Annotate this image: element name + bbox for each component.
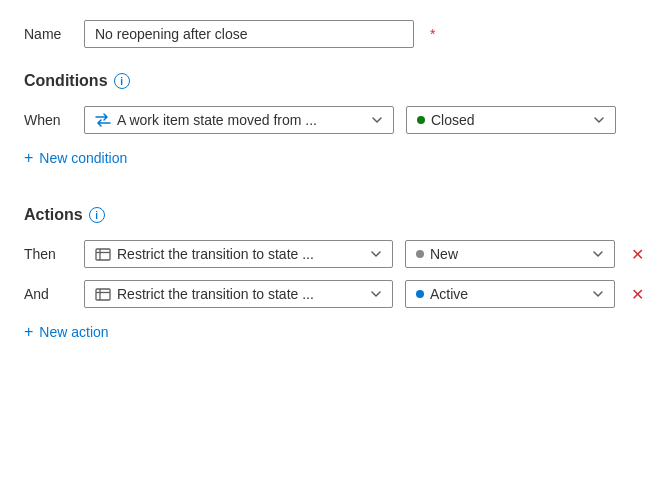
conditions-section: Conditions i When A work item state move… — [24, 72, 648, 170]
required-star: * — [430, 26, 435, 42]
new-action-button[interactable]: + New action — [24, 320, 109, 344]
conditions-title: Conditions — [24, 72, 108, 90]
name-input-wrap — [84, 20, 414, 48]
restrict-dropdown-text-0: Restrict the transition to state ... — [95, 246, 314, 262]
restrict-dropdown-1[interactable]: Restrict the transition to state ... — [84, 280, 393, 308]
state-dropdown-0[interactable]: New — [405, 240, 615, 268]
state-dropdown-1[interactable]: Active — [405, 280, 615, 308]
action-row-label-1: And — [24, 286, 72, 302]
delete-action-button-1[interactable]: ✕ — [627, 281, 648, 308]
when-dropdown-chevron — [371, 114, 383, 126]
state-dropdown-text-0: New — [416, 246, 458, 262]
restrict-icon-1 — [95, 287, 111, 301]
actions-section: Actions i Then Restrict the transition t… — [24, 206, 648, 344]
actions-info-icon[interactable]: i — [89, 207, 105, 223]
restrict-dropdown-label-1: Restrict the transition to state ... — [117, 286, 314, 302]
action-row: And Restrict the transition to state ... — [24, 280, 648, 308]
when-row: When A work item state moved from ... Cl… — [24, 106, 648, 134]
action-row-label-0: Then — [24, 246, 72, 262]
action-row: Then Restrict the transition to state ..… — [24, 240, 648, 268]
when-label: When — [24, 112, 72, 128]
svg-rect-3 — [96, 289, 110, 300]
state-dropdown-label-0: New — [430, 246, 458, 262]
state-dropdown-label-1: Active — [430, 286, 468, 302]
restrict-dropdown-0[interactable]: Restrict the transition to state ... — [84, 240, 393, 268]
actions-title: Actions — [24, 206, 83, 224]
actions-header: Actions i — [24, 206, 648, 224]
new-condition-plus: + — [24, 150, 33, 166]
action-rows: Then Restrict the transition to state ..… — [24, 240, 648, 308]
state-dot-0 — [416, 250, 424, 258]
restrict-icon-0 — [95, 247, 111, 261]
closed-dropdown-chevron — [593, 114, 605, 126]
closed-dropdown-label: Closed — [431, 112, 475, 128]
conditions-header: Conditions i — [24, 72, 648, 90]
new-condition-button[interactable]: + New condition — [24, 146, 127, 170]
when-dropdown-text: A work item state moved from ... — [95, 112, 317, 128]
state-dropdown-chevron-1 — [592, 288, 604, 300]
state-dropdown-text-1: Active — [416, 286, 468, 302]
delete-action-button-0[interactable]: ✕ — [627, 241, 648, 268]
restrict-dropdown-chevron-1 — [370, 288, 382, 300]
when-dropdown-label: A work item state moved from ... — [117, 112, 317, 128]
closed-dropdown-text: Closed — [417, 112, 475, 128]
svg-rect-0 — [96, 249, 110, 260]
state-dot-1 — [416, 290, 424, 298]
closed-status-dot — [417, 116, 425, 124]
when-dropdown[interactable]: A work item state moved from ... — [84, 106, 394, 134]
restrict-dropdown-chevron-0 — [370, 248, 382, 260]
new-condition-label: New condition — [39, 150, 127, 166]
new-action-label: New action — [39, 324, 108, 340]
name-row: Name * — [24, 20, 648, 48]
conditions-info-icon[interactable]: i — [114, 73, 130, 89]
closed-dropdown[interactable]: Closed — [406, 106, 616, 134]
state-dropdown-chevron-0 — [592, 248, 604, 260]
name-input[interactable] — [84, 20, 414, 48]
name-label: Name — [24, 26, 72, 42]
new-action-plus: + — [24, 324, 33, 340]
restrict-dropdown-label-0: Restrict the transition to state ... — [117, 246, 314, 262]
swap-icon — [95, 113, 111, 127]
restrict-dropdown-text-1: Restrict the transition to state ... — [95, 286, 314, 302]
